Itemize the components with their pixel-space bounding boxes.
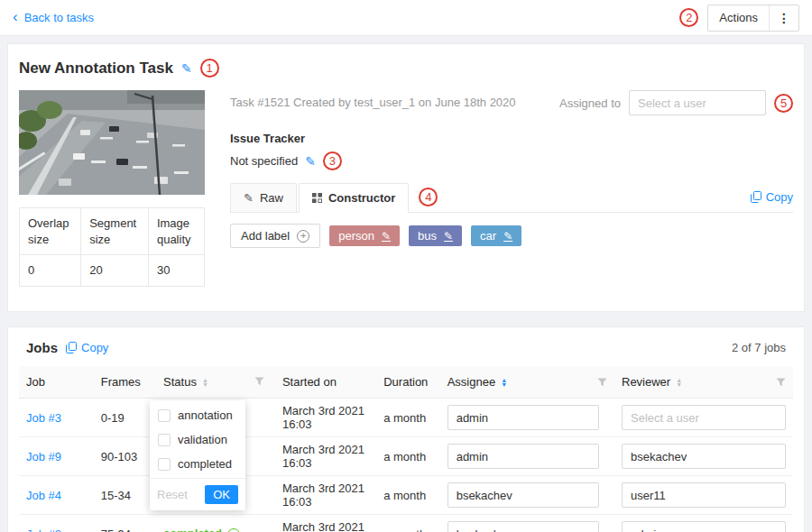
col-frames: Frames — [94, 366, 156, 399]
started-cell: March 3rd 2021 16:03 — [275, 399, 376, 437]
more-vertical-icon[interactable]: ⋮ — [769, 5, 798, 31]
started-cell: March 3rd 2021 16:03 — [275, 515, 376, 532]
issue-tracker-value: Not specified — [230, 154, 298, 168]
col-reviewer[interactable]: Reviewer ▲▼ — [614, 366, 793, 399]
job-link[interactable]: Job #3 — [26, 411, 61, 425]
copy-labels-label: Copy — [766, 190, 793, 204]
job-reviewer-input[interactable] — [622, 405, 786, 430]
col-duration: Duration — [376, 366, 439, 399]
filter-option-validation-label: validation — [178, 433, 227, 446]
filter-reviewer-icon[interactable] — [776, 378, 786, 387]
col-status-filter[interactable] — [247, 366, 275, 399]
job-assignee-input[interactable] — [448, 521, 599, 532]
job-link[interactable]: Job #4 — [26, 489, 61, 502]
tab-constructor-label: Constructor — [328, 191, 395, 205]
started-cell: March 3rd 2021 16:03 — [275, 476, 376, 515]
topbar: ‹ Back to tasks 2 Actions ⋮ — [0, 0, 812, 36]
annotation-callout-2: 2 — [679, 8, 698, 27]
back-to-tasks-link[interactable]: ‹ Back to tasks — [13, 11, 94, 24]
filter-reset-button[interactable]: Reset — [157, 488, 188, 501]
job-link[interactable]: Job #9 — [26, 450, 61, 463]
sort-status-icon[interactable]: ▲▼ — [202, 378, 208, 387]
param-value-overlap: 0 — [20, 255, 81, 287]
question-circle-icon[interactable]: ? — [227, 528, 240, 532]
sort-reviewer-icon[interactable]: ▲▼ — [676, 378, 682, 387]
issue-tracker-label: Issue Tracker — [230, 132, 793, 145]
annotation-callout-1: 1 — [200, 59, 219, 78]
status-filter-cell — [247, 437, 275, 476]
annotation-callout-3: 3 — [323, 151, 342, 170]
actions-button-label: Actions — [708, 11, 769, 24]
col-status-label: Status — [163, 375, 197, 389]
filter-option-validation[interactable]: validation — [150, 427, 245, 452]
label-tag-car-name: car — [480, 229, 496, 243]
job-row: Job #8 75-94 completed? March 3rd 2021 1… — [19, 515, 793, 532]
col-job: Job — [19, 366, 94, 399]
copy-icon — [66, 342, 77, 353]
filter-option-completed[interactable]: completed — [150, 452, 245, 476]
add-label-text: Add label — [241, 229, 290, 243]
checkbox-completed[interactable] — [158, 458, 171, 471]
edit-issue-tracker-icon[interactable]: ✎ — [305, 154, 316, 169]
tab-constructor[interactable]: Constructor — [299, 183, 409, 213]
copy-icon — [751, 191, 761, 203]
filter-option-annotation-label: annotation — [178, 408, 233, 422]
col-status[interactable]: Status ▲▼ — [156, 366, 247, 399]
chevron-left-icon: ‹ — [13, 9, 18, 24]
duration-cell: a month — [376, 399, 439, 437]
filter-assignee-icon[interactable] — [597, 378, 607, 387]
edit-label-icon[interactable]: ✎ — [382, 230, 391, 243]
label-tag-car[interactable]: car ✎ — [471, 225, 521, 246]
task-title: New Annotation Task — [19, 60, 173, 78]
col-assignee-label: Assignee — [448, 375, 495, 389]
add-label-button[interactable]: Add label + — [230, 224, 320, 248]
label-tag-person-name: person — [338, 229, 374, 243]
job-row: Job #4 15-34 March 3rd 2021 16:03 a mont… — [19, 476, 793, 515]
edit-label-icon[interactable]: ✎ — [444, 230, 453, 243]
label-tag-person[interactable]: person ✎ — [329, 225, 400, 246]
job-row: Job #9 90-103 March 3rd 2021 16:03 a mon… — [19, 437, 793, 476]
job-link[interactable]: Job #8 — [26, 527, 61, 532]
job-reviewer-input[interactable] — [622, 482, 786, 508]
job-row: Job #3 0-19 March 3rd 2021 16:03 a month — [19, 399, 793, 437]
label-tag-bus[interactable]: bus ✎ — [409, 225, 462, 246]
filter-status-icon[interactable] — [254, 377, 264, 386]
copy-jobs-label: Copy — [81, 341, 108, 354]
tab-raw[interactable]: ✎ Raw — [230, 183, 297, 212]
job-reviewer-input[interactable] — [622, 444, 786, 469]
jobs-count: 2 of 7 jobs — [732, 341, 786, 354]
param-header-segment: Segment size — [81, 208, 149, 255]
duration-cell: a month — [376, 437, 439, 476]
frames-cell: 90-103 — [94, 437, 156, 476]
filter-ok-button[interactable]: OK — [205, 485, 238, 504]
copy-labels-link[interactable]: Copy — [751, 190, 793, 204]
checkbox-annotation[interactable] — [158, 409, 171, 422]
constructor-icon — [312, 193, 322, 203]
duration-cell: a month — [376, 515, 439, 532]
job-assignee-input[interactable] — [448, 444, 599, 469]
param-value-segment: 20 — [81, 255, 149, 287]
edit-label-icon[interactable]: ✎ — [503, 230, 512, 243]
actions-button[interactable]: Actions ⋮ — [707, 5, 799, 32]
annotation-callout-5: 5 — [774, 94, 793, 113]
jobs-table-header-row: Job Frames Status ▲▼ Started on — [19, 366, 793, 399]
job-reviewer-input[interactable] — [622, 521, 786, 532]
pencil-icon: ✎ — [244, 191, 254, 205]
checkbox-validation[interactable] — [158, 434, 171, 446]
task-assignee-input[interactable] — [629, 90, 766, 115]
task-params-table: Overlap size Segment size Image quality … — [19, 207, 205, 287]
sort-assignee-icon[interactable]: ▲▼ — [501, 378, 507, 387]
annotation-callout-4: 4 — [419, 188, 438, 206]
col-assignee[interactable]: Assignee ▲▼ — [440, 366, 614, 399]
job-assignee-input[interactable] — [448, 405, 599, 430]
edit-task-name-icon[interactable]: ✎ — [181, 61, 192, 76]
task-card: New Annotation Task ✎ 1 — [7, 43, 805, 312]
col-started-on: Started on — [275, 366, 376, 399]
jobs-title: Jobs — [26, 340, 58, 355]
job-assignee-input[interactable] — [448, 482, 599, 508]
frames-cell: 15-34 — [94, 476, 156, 515]
jobs-table: Job Frames Status ▲▼ Started on — [19, 366, 793, 532]
filter-option-annotation[interactable]: annotation — [150, 403, 245, 427]
filter-option-completed-label: completed — [178, 457, 232, 471]
copy-jobs-link[interactable]: Copy — [66, 341, 108, 354]
